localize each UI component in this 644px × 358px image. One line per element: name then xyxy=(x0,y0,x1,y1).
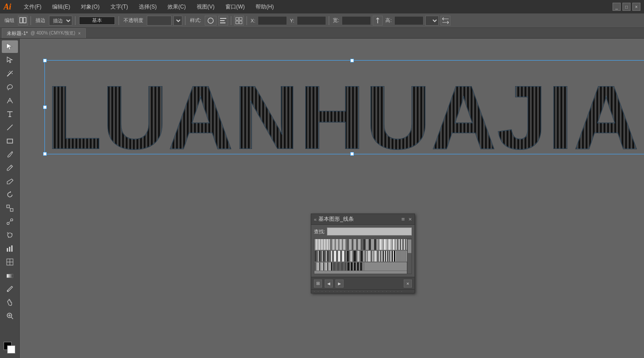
svg-line-25 xyxy=(9,221,11,223)
swatch-4[interactable] xyxy=(363,239,379,250)
selection-tool[interactable] xyxy=(2,40,18,53)
close-button[interactable]: × xyxy=(632,3,640,11)
svg-point-2 xyxy=(208,18,213,23)
pen-tool[interactable] xyxy=(2,94,18,107)
swatch-3[interactable] xyxy=(347,239,363,250)
menu-edit[interactable]: 编辑(E) xyxy=(50,2,72,12)
scale-tool[interactable] xyxy=(2,202,18,214)
menu-view[interactable]: 视图(V) xyxy=(195,2,216,12)
line-tool[interactable] xyxy=(2,121,18,134)
symbol-sprayer-tool[interactable] xyxy=(2,229,18,241)
swatch-7[interactable] xyxy=(314,250,331,262)
menu-effect[interactable]: 效果(C) xyxy=(166,2,188,12)
unit-select[interactable]: 毫米 xyxy=(425,16,439,26)
svg-line-19 xyxy=(10,166,12,167)
handle-bl[interactable] xyxy=(43,152,47,156)
swatch-9[interactable] xyxy=(347,250,363,262)
svg-point-29 xyxy=(8,237,9,238)
canvas-area: LUANHUAJIA LUANHUAJIA LUANHUAJIA « 基本图形_… xyxy=(20,39,644,358)
panel-close-btn[interactable]: × xyxy=(408,216,412,223)
tab-close-button[interactable]: × xyxy=(78,31,81,36)
pencil-tool[interactable] xyxy=(2,162,18,174)
swatch-1[interactable] xyxy=(314,239,331,250)
swatch-15[interactable] xyxy=(347,262,364,271)
handle-tl[interactable] xyxy=(43,59,47,62)
fill-stroke-colors[interactable] xyxy=(4,342,16,354)
panel-swatch-options-btn[interactable]: ⊞ xyxy=(314,279,322,288)
panel-footer: ⊞ ◄ ► × xyxy=(311,277,415,289)
hand-tool[interactable] xyxy=(2,296,18,309)
panel-prev-btn[interactable]: ◄ xyxy=(325,279,333,288)
ruler-dots: · · · · · · · · · · · · · · · · · · · · … xyxy=(314,289,403,293)
opacity-input[interactable]: 100% xyxy=(147,16,172,26)
tab-bar: 未标题-1* @ 400% (CMYK/预览) × xyxy=(0,28,644,39)
menu-window[interactable]: 窗口(W) xyxy=(224,2,247,12)
svg-point-37 xyxy=(7,291,8,292)
direct-selection-tool[interactable] xyxy=(2,54,18,66)
minimize-button[interactable]: _ xyxy=(613,3,621,11)
swatch-2[interactable] xyxy=(331,239,347,250)
magic-wand-tool[interactable] xyxy=(2,67,18,80)
type-tool[interactable] xyxy=(2,108,18,120)
eraser-tool[interactable] xyxy=(2,175,18,188)
svg-rect-0 xyxy=(20,17,22,23)
gradient-tool[interactable] xyxy=(2,269,18,282)
menu-select[interactable]: 选择(S) xyxy=(137,2,159,12)
svg-rect-8 xyxy=(236,21,238,24)
swatch-row-1 xyxy=(314,239,411,250)
toolbar-icon-1[interactable] xyxy=(18,16,28,26)
panel-menu-btn[interactable]: ≡ xyxy=(401,216,405,223)
panel-next-btn[interactable]: ► xyxy=(335,279,344,288)
rotate-tool[interactable] xyxy=(2,188,18,201)
w-input[interactable]: 133.502 xyxy=(342,16,371,25)
paintbrush-tool[interactable] xyxy=(2,148,18,161)
menu-object[interactable]: 对象(O) xyxy=(79,2,101,12)
blend-tool[interactable] xyxy=(2,215,18,228)
zoom-tool[interactable] xyxy=(2,310,18,322)
y-input[interactable]: 231.029 xyxy=(297,16,326,25)
graph-tool[interactable] xyxy=(2,242,18,255)
style-icon[interactable] xyxy=(205,16,216,26)
x-input[interactable]: -108.656 xyxy=(258,16,287,25)
rectangle-tool[interactable] xyxy=(2,135,18,147)
lasso-tool[interactable] xyxy=(2,81,18,93)
stroke-select[interactable]: 描边 xyxy=(49,16,72,26)
svg-text:LUANHUAJIA: LUANHUAJIA xyxy=(47,67,640,160)
swatch-5[interactable] xyxy=(379,239,395,250)
document-tab[interactable]: 未标题-1* @ 400% (CMYK/预览) × xyxy=(2,28,86,38)
svg-rect-21 xyxy=(10,209,13,211)
swatch-8[interactable] xyxy=(331,250,347,262)
panel-collapse-btn[interactable]: « xyxy=(314,217,317,222)
swatch-13[interactable] xyxy=(314,262,331,271)
swatch-10[interactable] xyxy=(363,250,379,262)
panel-delete-btn[interactable]: × xyxy=(404,279,412,288)
maximize-button[interactable]: □ xyxy=(622,3,631,11)
panel-scrollbar[interactable] xyxy=(407,239,411,274)
menu-file[interactable]: 文件(F) xyxy=(22,2,43,12)
panel-scroll-thumb[interactable] xyxy=(408,240,411,253)
handle-ml[interactable] xyxy=(43,105,47,109)
mesh-tool[interactable] xyxy=(2,256,18,268)
transform-icon[interactable] xyxy=(441,16,450,26)
panel-header: « 基本图形_线条 ≡ × xyxy=(311,214,415,225)
svg-rect-20 xyxy=(7,205,9,208)
swatches-panel: « 基本图形_线条 ≡ × 查找: xyxy=(311,214,415,293)
swatch-11[interactable] xyxy=(379,250,395,262)
menu-help[interactable]: 帮助(H) xyxy=(254,2,276,12)
svg-point-24 xyxy=(10,219,13,221)
opacity-dropdown[interactable]: ▼ xyxy=(173,16,182,26)
align-icon[interactable] xyxy=(218,16,228,26)
toolbar-sep-1 xyxy=(31,16,31,25)
eyedropper-tool[interactable] xyxy=(2,283,18,295)
toolbar-sep-4 xyxy=(185,16,185,25)
menu-text[interactable]: 文字(T) xyxy=(109,2,130,12)
toolbar-sep-3 xyxy=(119,16,119,25)
svg-rect-31 xyxy=(9,247,10,252)
search-input[interactable] xyxy=(327,227,412,236)
svg-line-39 xyxy=(11,317,13,319)
swatch-14[interactable] xyxy=(331,262,348,271)
h-input[interactable]: 15.122 xyxy=(394,16,423,25)
grid-icon[interactable] xyxy=(234,16,244,26)
link-icon[interactable] xyxy=(373,16,383,26)
toolbar-sep-2 xyxy=(75,16,75,25)
